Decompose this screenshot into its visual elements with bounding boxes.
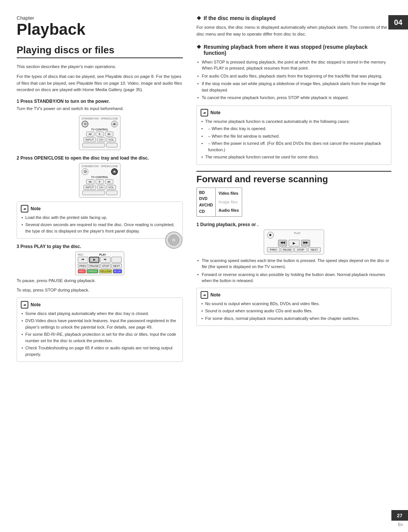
subsection-disc-menu: ❖ If the disc menu is displayed For some… bbox=[196, 15, 391, 38]
remote-standby: STANDBY/ON OPEN/CLOSE ⏻ ⏏ TV CONTROL ⏮ ⏸… bbox=[79, 115, 121, 150]
note-box-4: 𝓊 Note No sound is output when scanning … bbox=[196, 288, 391, 326]
step2-heading: 2 Press OPEN/CLOSE to open the disc tray… bbox=[17, 155, 183, 161]
note-item: Some discs start playing automatically w… bbox=[21, 310, 179, 317]
section-divider bbox=[196, 171, 391, 172]
step3-heading: 3 Press PLAY to play the disc. bbox=[17, 244, 183, 249]
svg-point-3 bbox=[173, 239, 175, 241]
intro-text-1: This section describes the player's main… bbox=[17, 64, 183, 70]
section-forward-scan: Forward and reverse scanning BD DVD AVCH… bbox=[196, 171, 391, 326]
diamond-icon-2: ❖ bbox=[196, 44, 201, 50]
note-list-3: The resume playback function is canceled… bbox=[201, 118, 387, 160]
diamond-icon-1: ❖ bbox=[196, 15, 201, 21]
note-item: – When the power is turned off. (For BDs… bbox=[201, 140, 387, 153]
page-locale: En bbox=[398, 523, 403, 527]
subsection-resume: ❖ Resuming playback from where it was st… bbox=[196, 44, 391, 101]
bullet-item: For audio CDs and audio files, playback … bbox=[196, 73, 391, 79]
note-item: For some BD-R/-RE, playback protection i… bbox=[21, 331, 179, 344]
step1-subtext: Turn the TV's power on and switch its in… bbox=[17, 105, 183, 112]
remote-scan: ⏺ PLAY ◀◀ ▶ ▶▶ PREV PAUSE STOP NEXT bbox=[264, 230, 324, 254]
forward-scan-title: Forward and reverse scanning bbox=[196, 174, 391, 185]
note-list-2: Some discs start playing automatically w… bbox=[21, 310, 179, 358]
note-icon-4: 𝓊 bbox=[201, 291, 208, 299]
note-icon-1: 𝓊 bbox=[21, 205, 28, 212]
audio-files-label: Audio files bbox=[219, 207, 239, 214]
subsection-title-2: ❖ Resuming playback from where it was st… bbox=[196, 44, 391, 56]
page-number-badge: 27 bbox=[391, 510, 408, 521]
bullet-item: When STOP is pressed during playback, th… bbox=[196, 59, 391, 71]
chapter-badge: 04 bbox=[388, 15, 408, 29]
resume-bullet-list: When STOP is pressed during playback, th… bbox=[196, 59, 391, 101]
intro-text-2: For the types of discs that can be playe… bbox=[17, 73, 183, 93]
note-list-1: Load the disc with the printed side faci… bbox=[21, 214, 179, 234]
subsection-para-1: For some discs, the disc menu is display… bbox=[196, 24, 391, 38]
scan-bullet: The scanning speed switches each time th… bbox=[196, 257, 391, 270]
format-cd: CD bbox=[199, 208, 213, 215]
note-header-1: 𝓊 Note bbox=[21, 205, 179, 212]
format-bd: BD bbox=[199, 189, 213, 196]
subsection-title-1: ❖ If the disc menu is displayed bbox=[196, 15, 391, 21]
format-dvd: DVD bbox=[199, 195, 213, 202]
format-avchd: AVCHD bbox=[199, 202, 213, 208]
scan-bullet: Forward or reverse scanning is also poss… bbox=[196, 271, 391, 284]
note-box-3: 𝓊 Note The resume playback function is c… bbox=[196, 105, 391, 165]
note-header-3: 𝓊 Note bbox=[201, 109, 387, 116]
note-item: No sound is output when scanning BDs, DV… bbox=[201, 301, 387, 307]
note-item: The resume playback function cannot be u… bbox=[201, 154, 387, 160]
scan-bullet-list: The scanning speed switches each time th… bbox=[196, 257, 391, 284]
image-files-label: Image files bbox=[219, 199, 239, 205]
note-icon-2: 𝓊 bbox=[21, 301, 28, 309]
note-item: Sound is output when scanning audio CDs … bbox=[201, 308, 387, 314]
video-files-label: Video files bbox=[219, 190, 239, 197]
note-item: – When the file list window is switched. bbox=[201, 133, 387, 140]
note-item: Several dozen seconds are required to re… bbox=[21, 222, 179, 234]
note-item: – When the disc tray is opened. bbox=[201, 126, 387, 132]
left-column: Chapter Playback Playing discs or files … bbox=[17, 15, 183, 517]
note-item: Load the disc with the printed side faci… bbox=[21, 214, 179, 221]
step1-heading: 1 Press STANDBY/ON to turn on the power. bbox=[17, 99, 183, 104]
chapter-title: Playback bbox=[17, 22, 183, 37]
note-list-4: No sound is output when scanning BDs, DV… bbox=[201, 301, 387, 322]
pause-text: To pause, press PAUSE during playback. bbox=[17, 278, 183, 284]
note-item: The resume playback function is canceled… bbox=[201, 118, 387, 125]
bullet-item: If the stop mode was set while playing a… bbox=[196, 81, 391, 93]
remote-play: REC PLAY ⏮ ▶ ⏭ PREV PAUSE STOP NEXT bbox=[75, 251, 124, 275]
note-box-2: 𝓊 Note Some discs start playing automati… bbox=[17, 298, 183, 362]
bullet-item: To cancel the resume playback function, … bbox=[196, 95, 391, 101]
note-header-2: 𝓊 Note bbox=[21, 301, 179, 309]
note-box-1: 𝓊 Note Load the disc with the printed si… bbox=[17, 202, 183, 239]
note-icon-3: 𝓊 bbox=[201, 109, 208, 116]
format-table: BD DVD AVCHD CD Video files Image files … bbox=[196, 188, 391, 217]
chapter-label: Chapter bbox=[17, 15, 183, 21]
note-item: Check Troubleshooting on page 65 if vide… bbox=[21, 345, 179, 357]
remote-openclose: STANDBY/ON OPEN/CLOSE ⏻ ⏏ TV CONTROL ⏮ ⏸… bbox=[79, 163, 121, 198]
note-item: For some discs, normal playback resumes … bbox=[201, 315, 387, 322]
stop-text: To stop, press STOP during playback. bbox=[17, 287, 183, 293]
right-column: ❖ If the disc menu is displayed For some… bbox=[196, 15, 391, 517]
scan-step1-heading: 1 During playback, press or . bbox=[196, 222, 391, 227]
note-header-4: 𝓊 Note bbox=[201, 291, 387, 299]
section-title: Playing discs or files bbox=[17, 44, 183, 58]
note-item: DVD-Video discs have parental lock featu… bbox=[21, 318, 179, 330]
